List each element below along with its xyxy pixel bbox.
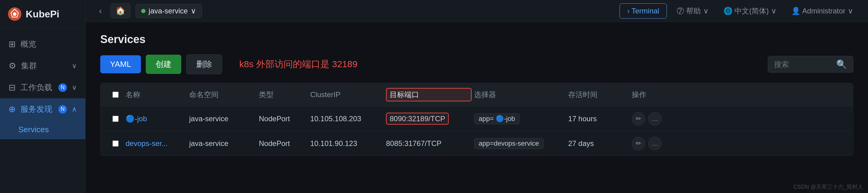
cluster-label: 集群	[21, 61, 67, 71]
logo-text: KubePi	[26, 8, 59, 20]
user-menu[interactable]: 👤 Administrator ∨	[786, 4, 858, 18]
header-clusterip: ClusterIP	[310, 90, 383, 99]
row2-selector-badge: app=devops-service	[474, 138, 544, 149]
create-button[interactable]: 创建	[146, 55, 181, 74]
lang-chevron-icon: ∨	[771, 7, 777, 15]
overview-label: 概览	[21, 39, 77, 50]
kubepi-logo-icon	[7, 7, 22, 21]
sidebar-item-workload[interactable]: ⊟ 工作负载 N ∨	[0, 77, 85, 98]
sidebar-logo: KubePi	[0, 0, 85, 28]
main-area: ‹ 🏠 java-service ∨ › Terminal ⑦ 帮助 ∨ 🌐 中…	[86, 0, 868, 193]
row1-clusterip: 10.105.108.203	[310, 115, 383, 123]
yaml-button[interactable]: YAML	[100, 55, 141, 73]
sidebar-item-services[interactable]: Services	[0, 120, 85, 139]
row2-checkbox[interactable]	[113, 140, 119, 147]
topbar: ‹ 🏠 java-service ∨ › Terminal ⑦ 帮助 ∨ 🌐 中…	[86, 0, 868, 22]
row2-selector: app=devops-service	[474, 138, 566, 149]
cluster-name: java-service	[149, 7, 188, 15]
row1-uptime: 17 hours	[568, 115, 629, 123]
table-header: 名称 命名空间 类型 ClusterIP 目标端口 选择器 存活时间 操作	[100, 83, 853, 106]
row2-name[interactable]: devops-ser...	[126, 139, 187, 148]
row2-uptime: 27 days	[568, 139, 629, 148]
row2-targetport: 8085:31767/TCP	[386, 139, 472, 148]
row1-name[interactable]: 🔵-job	[126, 115, 187, 123]
page-title: Services	[100, 33, 853, 46]
watermark: CSDN @天草三十六_简村人	[794, 183, 863, 191]
row1-checkbox-col	[108, 116, 123, 122]
row1-selector: app= 🔵-job	[474, 113, 566, 124]
row2-type: NodePort	[259, 139, 308, 148]
service-discovery-icon: ⊕	[8, 104, 16, 114]
help-chevron-icon: ∨	[703, 7, 709, 15]
home-button[interactable]: 🏠	[110, 3, 130, 18]
cluster-selector[interactable]: java-service ∨	[135, 4, 202, 18]
svg-point-2	[13, 12, 17, 16]
sidebar: KubePi ⊞ 概览 ⚙ 集群 ∨ ⊟ 工作负载 N ∨ ⊕ 服务发现 N ∧…	[0, 0, 86, 193]
service-discovery-chevron-icon: ∧	[72, 105, 77, 113]
services-table: 名称 命名空间 类型 ClusterIP 目标端口 选择器 存活时间 操作 🔵-…	[100, 83, 853, 156]
cluster-dropdown-icon: ∨	[191, 7, 196, 15]
sidebar-item-service-discovery[interactable]: ⊕ 服务发现 N ∧	[0, 98, 85, 120]
service-discovery-badge: N	[58, 105, 67, 114]
header-checkbox-col	[108, 92, 123, 98]
workload-label: 工作负载	[21, 82, 54, 93]
services-label: Services	[18, 125, 49, 134]
row2-edit-button[interactable]: ✏	[632, 137, 645, 150]
row1-targetport: 8090:32189/TCP	[386, 115, 472, 123]
cluster-icon: ⚙	[8, 61, 16, 71]
header-checkbox[interactable]	[113, 92, 119, 98]
row2-actions: ✏ …	[632, 137, 669, 150]
header-selector: 选择器	[474, 90, 566, 100]
help-menu[interactable]: ⑦ 帮助 ∨	[672, 3, 714, 19]
row1-namespace: java-service	[189, 115, 256, 123]
workload-badge: N	[58, 84, 67, 92]
header-uptime: 存活时间	[568, 90, 629, 100]
overview-icon: ⊞	[8, 39, 16, 49]
service-discovery-label: 服务发现	[21, 104, 54, 115]
cluster-chevron-icon: ∨	[72, 62, 77, 70]
header-name: 名称	[126, 90, 187, 100]
back-button[interactable]: ‹	[95, 4, 105, 18]
content-area: Services YAML 创建 删除 k8s 外部访问的端口是 32189 🔍…	[86, 22, 868, 193]
user-label: 👤 Administrator	[791, 7, 845, 15]
sidebar-item-overview[interactable]: ⊞ 概览	[0, 33, 85, 55]
terminal-button[interactable]: › Terminal	[620, 3, 667, 19]
workload-icon: ⊟	[8, 83, 16, 93]
sidebar-item-cluster[interactable]: ⚙ 集群 ∨	[0, 55, 85, 77]
search-box[interactable]: 🔍	[768, 56, 853, 73]
row1-targetport-highlighted: 8090:32189/TCP	[386, 113, 449, 125]
help-label: ⑦ 帮助	[677, 6, 701, 16]
row1-more-button[interactable]: …	[648, 112, 662, 126]
language-menu[interactable]: 🌐 中文(简体) ∨	[718, 3, 782, 19]
sidebar-nav: ⊞ 概览 ⚙ 集群 ∨ ⊟ 工作负载 N ∨ ⊕ 服务发现 N ∧ Servic…	[0, 28, 85, 193]
row1-edit-button[interactable]: ✏	[632, 112, 645, 126]
table-row: devops-ser... java-service NodePort 10.1…	[100, 131, 853, 156]
workload-chevron-icon: ∨	[72, 84, 77, 92]
row1-type: NodePort	[259, 115, 308, 123]
user-chevron-icon: ∨	[848, 7, 853, 15]
header-targetport: 目标端口	[386, 88, 472, 101]
search-icon: 🔍	[836, 59, 847, 69]
lang-label: 🌐 中文(简体)	[723, 6, 769, 16]
row1-checkbox[interactable]	[113, 116, 119, 122]
row1-selector-badge: app= 🔵-job	[474, 113, 520, 124]
annotation-text: k8s 外部访问的端口是 32189	[239, 58, 358, 70]
search-input[interactable]	[774, 60, 833, 69]
row2-checkbox-col	[108, 140, 123, 147]
row2-clusterip: 10.101.90.123	[310, 139, 383, 148]
row2-namespace: java-service	[189, 139, 256, 148]
toolbar: YAML 创建 删除 k8s 外部访问的端口是 32189 🔍	[100, 54, 853, 74]
home-icon: 🏠	[116, 6, 125, 15]
header-actions: 操作	[632, 90, 669, 100]
table-row: 🔵-job java-service NodePort 10.105.108.2…	[100, 106, 853, 131]
row2-more-button[interactable]: …	[648, 137, 662, 150]
delete-button[interactable]: 删除	[186, 54, 222, 74]
row1-actions: ✏ …	[632, 112, 669, 126]
header-type: 类型	[259, 90, 308, 100]
cluster-dot-icon	[141, 9, 146, 13]
header-namespace: 命名空间	[189, 90, 256, 100]
